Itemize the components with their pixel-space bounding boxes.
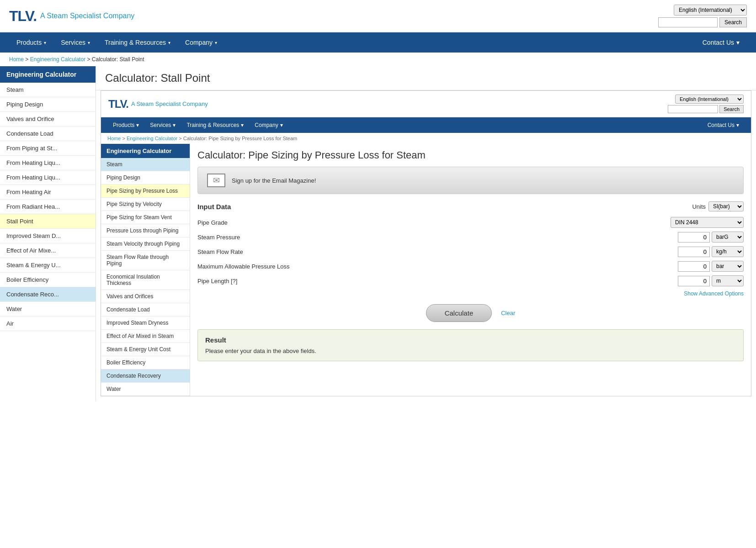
pipe-length-label: Pipe Length [?] [197,278,678,285]
outer-nav-services[interactable]: Services ▾ [53,32,97,53]
outer-sidebar-stall-point[interactable]: Stall Point [0,214,96,229]
outer-language-select[interactable]: English (International) Japanese [674,5,747,16]
max-pressure-loss-row: Maximum Allowable Pressure Loss bar kPa … [197,261,744,272]
form-section: Input Data Units SI(bar) SI(MPa) Imperia… [197,201,744,297]
calculate-row: Calculate Clear [197,304,744,322]
inner-sidebar-improved-steam[interactable]: Improved Steam Dryness [101,316,190,330]
inner-sidebar-steam-velocity[interactable]: Steam Velocity through Piping [101,237,190,251]
outer-sidebar-from-radiant[interactable]: From Radiant Hea... [0,200,96,214]
inner-sidebar-boiler[interactable]: Boiler Efficiency [101,356,190,369]
inner-sidebar-insulation[interactable]: Economical Insulation Thickness [101,270,190,290]
content-title: Calculator: Pipe Sizing by Pressure Loss… [197,149,744,161]
breadcrumb-home-link[interactable]: Home [9,56,24,63]
inner-breadcrumb-current: Calculator: Pipe Sizing by Pressure Loss… [183,136,297,141]
email-banner[interactable]: Sign up for the Email Magazine! [197,167,744,194]
inner-sidebar-piping-design[interactable]: Piping Design [101,171,190,184]
outer-services-arrow: ▾ [88,40,90,45]
inner-breadcrumb-home-link[interactable]: Home [107,136,121,141]
outer-sidebar-improved-steam[interactable]: Improved Steam D... [0,229,96,243]
inner-top-right: English (International) Japanese Search [668,95,744,113]
outer-contact-arrow: ▾ [736,39,740,46]
inner-page-frame: TLV. A Steam Specialist Company English … [101,90,751,396]
outer-nav-bar: Products ▾ Services ▾ Training & Resourc… [0,32,756,53]
inner-breadcrumb: Home > Engineering Calculator > Calculat… [101,133,751,144]
outer-sidebar-steam[interactable]: Steam [0,83,96,97]
outer-main-layout: Engineering Calculator Steam Piping Desi… [0,66,756,401]
inner-nav-products[interactable]: Products ▾ [107,117,144,133]
inner-tagline: A Steam Specialist Company [131,100,208,107]
inner-nav-company[interactable]: Company ▾ [249,117,288,133]
inner-search-input[interactable] [668,105,718,113]
outer-sidebar-condensate-load[interactable]: Condensate Load [0,126,96,141]
inner-sidebar-steam-flow-rate[interactable]: Steam Flow Rate through Piping [101,251,190,270]
outer-nav-training[interactable]: Training & Resources ▾ [97,32,178,53]
outer-sidebar-from-piping[interactable]: From Piping at St... [0,141,96,156]
inner-sidebar-condensate-load[interactable]: Condensate Load [101,303,190,316]
outer-nav-products[interactable]: Products ▾ [9,32,53,53]
breadcrumb-calc-link[interactable]: Engineering Calculator [30,56,85,63]
steam-pressure-unit-select[interactable]: barG kPaG MPaG [712,232,744,242]
outer-tagline: A Steam Specialist Company [40,12,134,20]
inner-nav-training[interactable]: Training & Resources ▾ [181,117,249,133]
max-pressure-loss-input[interactable] [678,261,710,272]
inner-sidebar-steam[interactable]: Steam [101,158,190,171]
inner-search-button[interactable]: Search [719,105,744,113]
result-text: Please enter your data in the above fiel… [205,348,736,354]
pipe-grade-select[interactable]: DIN 2448 JIS G3454 ASTM A53 [671,217,744,228]
inner-sidebar-pipe-sizing-vent[interactable]: Pipe Sizing for Steam Vent [101,211,190,224]
outer-sidebar-boiler[interactable]: Boiler Efficiency [0,273,96,287]
outer-sidebar-piping-design[interactable]: Piping Design [0,97,96,112]
calculate-button[interactable]: Calculate [426,304,492,322]
steam-flow-input[interactable] [678,247,710,257]
steam-pressure-input[interactable] [678,232,710,242]
outer-sidebar-air[interactable]: Air [0,316,96,331]
outer-sidebar-from-heating-air[interactable]: From Heating Air [0,185,96,200]
inner-nav-services[interactable]: Services ▾ [144,117,181,133]
inner-nav-bar: Products ▾ Services ▾ Training & Resourc… [101,117,751,133]
inner-products-arrow: ▾ [136,122,139,128]
inner-sidebar-water[interactable]: Water [101,383,190,396]
outer-search-input[interactable] [658,17,718,27]
units-select[interactable]: SI(bar) SI(MPa) Imperial [708,201,744,211]
outer-sidebar-effect-air[interactable]: Effect of Air Mixe... [0,243,96,258]
outer-sidebar-from-heating-liq2[interactable]: From Heating Liqu... [0,170,96,185]
inner-company-arrow: ▾ [280,122,283,128]
steam-flow-unit-select[interactable]: kg/h t/h lb/h [712,246,744,257]
inner-sidebar-valves-orifices[interactable]: Valves and Orifices [101,290,190,303]
inner-nav-contact[interactable]: Contact Us ▾ [702,117,745,133]
outer-sidebar-valves[interactable]: Valves and Orifice [0,112,96,126]
outer-search-button[interactable]: Search [719,17,747,27]
steam-flow-controls: kg/h t/h lb/h [678,246,744,257]
outer-nav-contact[interactable]: Contact Us ▾ [695,32,747,53]
pipe-length-input[interactable] [678,276,710,286]
steam-pressure-controls: barG kPaG MPaG [678,232,744,242]
inner-sidebar-condensate-rec[interactable]: Condensate Recovery [101,369,190,383]
email-banner-text: Sign up for the Email Magazine! [232,177,316,184]
outer-sidebar-steam-energy[interactable]: Steam & Energy U... [0,258,96,273]
max-pressure-loss-label: Maximum Allowable Pressure Loss [197,263,678,270]
outer-sidebar-condensate-rec[interactable]: Condensate Reco... [0,287,96,302]
outer-sidebar: Engineering Calculator Steam Piping Desi… [0,66,96,401]
clear-link[interactable]: Clear [501,310,515,316]
pipe-length-unit-select[interactable]: m ft [712,275,744,286]
inner-sidebar-pipe-sizing-velocity[interactable]: Pipe Sizing by Velocity [101,198,190,211]
inner-breadcrumb-calc-link[interactable]: Engineering Calculator [127,136,177,141]
input-data-label: Input Data [197,203,231,211]
inner-sidebar-steam-energy[interactable]: Steam & Energy Unit Cost [101,343,190,356]
outer-sidebar-from-heating-liq1[interactable]: From Heating Liqu... [0,156,96,170]
advanced-options-link[interactable]: Show Advanced Options [684,290,744,297]
pipe-grade-controls: DIN 2448 JIS G3454 ASTM A53 [671,217,744,228]
inner-sidebar-pipe-sizing-pressure[interactable]: Pipe Sizing by Pressure Loss [101,184,190,198]
outer-sidebar-water[interactable]: Water [0,302,96,316]
max-pressure-loss-unit-select[interactable]: bar kPa MPa [712,261,744,272]
outer-page-title: Calculator: Stall Point [96,66,756,90]
inner-language-select[interactable]: English (International) Japanese [675,95,744,104]
inner-sidebar-pressure-loss[interactable]: Pressure Loss through Piping [101,224,190,237]
outer-page: TLV. A Steam Specialist Company English … [0,0,756,401]
outer-company-arrow: ▾ [215,40,217,45]
inner-main-layout: Engineering Calculator Steam Piping Desi… [101,144,751,396]
outer-nav-company[interactable]: Company ▾ [178,32,224,53]
inner-sidebar-effect-air[interactable]: Effect of Air Mixed in Steam [101,330,190,343]
outer-breadcrumb: Home > Engineering Calculator > Calculat… [0,53,756,66]
inner-services-arrow: ▾ [173,122,176,128]
